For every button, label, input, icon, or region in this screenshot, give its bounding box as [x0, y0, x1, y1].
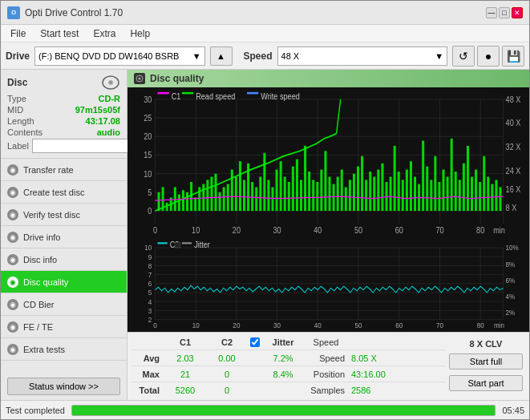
svg-rect-179 — [158, 242, 168, 244]
label-input[interactable] — [32, 139, 139, 153]
svg-text:7: 7 — [148, 270, 152, 278]
menu-file[interactable]: File — [4, 26, 32, 41]
start-full-button[interactable]: Start full — [449, 353, 523, 370]
sidebar-item-fe-te[interactable]: ◉ FE / TE — [1, 316, 127, 338]
burn-button[interactable]: ● — [477, 46, 500, 67]
svg-text:10%: 10% — [506, 244, 520, 252]
svg-rect-54 — [194, 197, 196, 211]
transfer-rate-icon: ◉ — [7, 164, 18, 176]
menu-start-test[interactable]: Start test — [34, 26, 85, 41]
svg-text:2: 2 — [148, 316, 152, 324]
drive-select[interactable]: (F:) BENQ DVD DD DW1640 BSRB ▼ — [34, 46, 204, 66]
svg-rect-82 — [308, 172, 310, 211]
svg-rect-67 — [247, 164, 249, 211]
type-value: CD-R — [99, 94, 121, 103]
drive-bar: Drive (F:) BENQ DVD DD DW1640 BSRB ▼ ▲ S… — [1, 42, 529, 70]
svg-rect-51 — [182, 190, 184, 211]
svg-text:60: 60 — [395, 321, 403, 329]
svg-rect-84 — [316, 182, 318, 211]
chart2-container: 10 9 8 7 6 5 4 3 2 10% — [129, 240, 528, 330]
svg-text:32 X: 32 X — [506, 142, 521, 151]
sidebar-item-create-test-disc[interactable]: ◉ Create test disc — [1, 181, 127, 204]
svg-text:2%: 2% — [506, 309, 516, 317]
sidebar-item-transfer-rate[interactable]: ◉ Transfer rate — [1, 159, 127, 181]
svg-rect-93 — [353, 174, 355, 211]
speed-stat-val: 8.05 X — [348, 353, 400, 363]
svg-rect-74 — [276, 170, 278, 212]
sidebar-item-disc-info[interactable]: ◉ Disc info — [1, 248, 127, 271]
disc-info-icon: ◉ — [7, 254, 18, 265]
svg-rect-88 — [333, 184, 335, 212]
svg-rect-98 — [373, 177, 375, 212]
cd-bier-icon: ◉ — [7, 299, 18, 310]
speed-select[interactable]: 48 X ▼ — [277, 46, 447, 66]
progress-bar — [71, 405, 496, 416]
svg-rect-68 — [251, 182, 253, 211]
contents-label: Contents — [7, 127, 42, 137]
svg-point-4 — [139, 78, 141, 80]
total-c2: 0 — [206, 386, 248, 395]
status-window-button[interactable]: Status window >> — [7, 378, 120, 395]
disc-section-title: Disc — [7, 77, 27, 88]
sidebar-item-verify-test-disc[interactable]: ◉ Verify test disc — [1, 204, 127, 226]
maximize-button[interactable]: □ — [499, 7, 510, 18]
svg-rect-126 — [487, 177, 489, 212]
svg-text:60: 60 — [395, 225, 403, 235]
sidebar-item-disc-quality[interactable]: ◉ Disc quality — [1, 271, 127, 293]
svg-rect-72 — [267, 180, 269, 211]
sidebar-item-drive-info[interactable]: ◉ Drive info — [1, 226, 127, 248]
svg-text:10: 10 — [144, 169, 152, 179]
sidebar-label-fe-te: FE / TE — [23, 322, 53, 332]
speed-value: 48 X — [281, 51, 300, 61]
eject-button[interactable]: ▲ — [210, 46, 233, 66]
sidebar-item-extra-tests[interactable]: ◉ Extra tests — [1, 338, 127, 361]
svg-text:Write speed: Write speed — [261, 91, 300, 101]
svg-rect-61 — [223, 187, 225, 211]
minimize-button[interactable]: — — [486, 7, 497, 18]
mid-value: 97m15s05f — [75, 105, 120, 115]
svg-rect-79 — [296, 160, 298, 211]
svg-rect-63 — [231, 170, 233, 212]
menu-help[interactable]: Help — [123, 26, 156, 41]
svg-rect-55 — [198, 187, 200, 211]
create-test-disc-icon: ◉ — [7, 187, 18, 198]
refresh-button[interactable]: ↺ — [452, 46, 475, 67]
samples-stat-label: Samples — [304, 386, 348, 395]
extra-tests-icon: ◉ — [7, 344, 18, 355]
svg-rect-97 — [369, 172, 371, 211]
save-button[interactable]: 💾 — [502, 46, 524, 67]
start-part-button[interactable]: Start part — [449, 375, 523, 391]
svg-rect-113 — [434, 156, 436, 211]
svg-rect-50 — [178, 194, 180, 211]
disc-quality-header-icon — [134, 73, 145, 84]
svg-text:25: 25 — [144, 113, 152, 123]
svg-rect-181 — [182, 242, 192, 244]
sidebar-label-transfer-rate: Transfer rate — [23, 165, 74, 175]
svg-rect-105 — [402, 180, 404, 211]
sidebar-item-cd-bier[interactable]: ◉ CD Bier — [1, 293, 127, 316]
header-c2: C2 — [206, 337, 248, 347]
svg-text:30: 30 — [273, 321, 281, 329]
svg-rect-71 — [263, 153, 265, 211]
disc-quality-title: Disc quality — [150, 73, 204, 84]
svg-text:70: 70 — [435, 225, 443, 235]
svg-rect-92 — [349, 180, 351, 211]
svg-rect-183 — [176, 242, 180, 248]
stats-buttons: 8 X CLV Start full Start part — [446, 334, 526, 398]
svg-rect-86 — [324, 151, 326, 211]
jitter-checkbox[interactable] — [250, 337, 260, 347]
svg-rect-77 — [288, 182, 290, 211]
status-text: Test completed — [6, 406, 65, 415]
svg-rect-121 — [467, 146, 469, 211]
close-button[interactable]: ✕ — [512, 7, 523, 18]
menu-extra[interactable]: Extra — [87, 26, 122, 41]
svg-rect-52 — [186, 192, 188, 211]
svg-text:70: 70 — [436, 321, 443, 329]
svg-rect-112 — [430, 180, 432, 211]
svg-text:30: 30 — [273, 225, 281, 235]
svg-rect-110 — [422, 140, 424, 211]
svg-rect-66 — [243, 180, 245, 211]
svg-rect-85 — [320, 170, 322, 212]
sidebar-label-extra-tests: Extra tests — [23, 345, 65, 354]
svg-text:min: min — [493, 225, 505, 235]
